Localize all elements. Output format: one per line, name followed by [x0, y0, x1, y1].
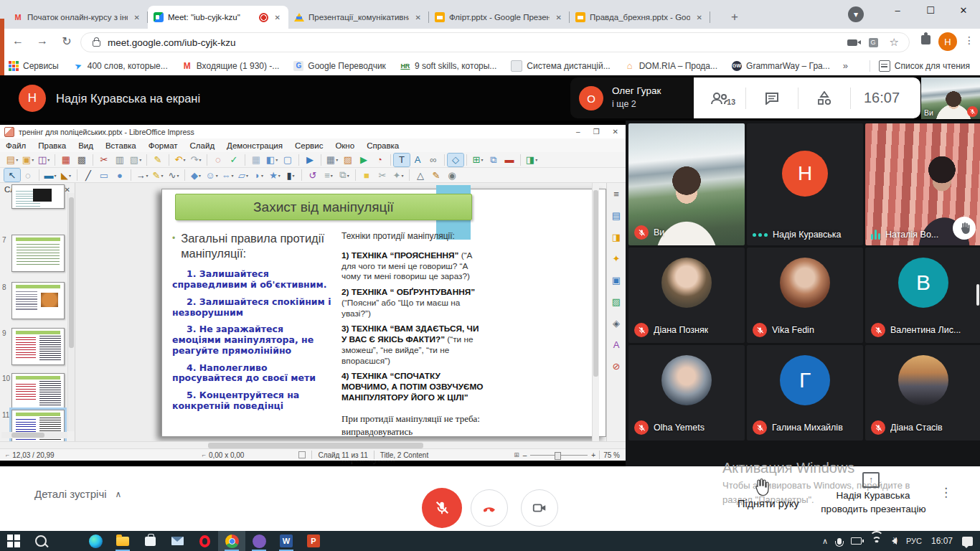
zoom-pan-icon[interactable]: ◌ [20, 169, 36, 182]
workspace-scrollbar[interactable] [592, 183, 599, 441]
thumbnail-preview[interactable] [11, 328, 65, 365]
bookmark-item[interactable]: Система дистанцій... [511, 60, 610, 72]
taskbar-mail-icon[interactable] [164, 531, 191, 551]
bookmarks-overflow-icon[interactable]: » [843, 60, 848, 71]
start-slideshow-icon[interactable]: ▶ [302, 154, 318, 166]
tab-close-icon[interactable]: ✕ [132, 13, 142, 22]
host-card[interactable]: О Олег Гурак і ще 2 [570, 77, 694, 118]
rotate-icon[interactable]: ↺ [305, 169, 321, 182]
slides-panel-scrollbar[interactable] [67, 193, 75, 431]
bookmark-item[interactable]: ⌂DOM.RIA – Прода... [625, 61, 717, 71]
undo-icon[interactable]: ↶▾ [172, 154, 188, 166]
delete-slide-icon[interactable]: ▬ [501, 154, 517, 166]
taskbar-start-icon[interactable] [0, 531, 27, 551]
flowchart-icon[interactable]: ▱▾ [235, 169, 251, 182]
tray-language[interactable]: РУС [906, 537, 922, 545]
chat-button[interactable] [746, 92, 798, 105]
restricted-icon[interactable]: ⊘ [610, 359, 623, 372]
taskbar-store-icon[interactable] [136, 531, 164, 551]
animation-icon[interactable]: ✦ [610, 252, 623, 265]
menu-Вид[interactable]: Вид [78, 141, 93, 150]
page-scrollbar[interactable] [976, 284, 979, 306]
participants-button[interactable]: 13 [694, 92, 745, 105]
redo-icon[interactable]: ↷▾ [188, 154, 204, 166]
clone-formatting-icon[interactable]: ✎ [150, 154, 166, 166]
tray-mic-icon[interactable] [837, 538, 842, 545]
lock-icon[interactable] [93, 40, 100, 47]
display-views-icon[interactable]: ◧▾ [264, 154, 280, 166]
profile-avatar[interactable]: Н [938, 32, 957, 51]
participant-tile[interactable]: Vika Fedin [747, 248, 863, 343]
zoom-out-button[interactable]: – [523, 451, 527, 459]
zoom-slider[interactable]: ⊞ – + 75 % [514, 451, 626, 459]
camera-permission-icon[interactable] [847, 39, 857, 46]
thumbnail-preview[interactable] [11, 184, 65, 209]
taskbar-search-icon[interactable] [27, 531, 55, 551]
sidebar-menu-icon[interactable]: ≡ [610, 187, 623, 200]
insert-chart-icon[interactable]: ◔ [372, 154, 387, 166]
browser-update-icon[interactable]: ▾ [848, 6, 864, 22]
bookmark-star-icon[interactable]: ☆ [890, 36, 899, 49]
shadow-icon[interactable]: ■ [359, 169, 374, 182]
edit-points-icon[interactable]: ✎ [428, 169, 444, 182]
insert-line-icon[interactable]: ╱ [80, 169, 96, 182]
tray-wifi-icon[interactable] [871, 537, 882, 545]
find-replace-icon[interactable]: ◌ [210, 154, 226, 166]
master-slides-icon[interactable]: ▣ [610, 273, 623, 286]
tray-notifications-icon[interactable] [962, 537, 973, 546]
insert-image-icon[interactable]: ▨ [340, 154, 356, 166]
3d-objects-icon[interactable]: ▮▾ [283, 169, 298, 182]
show-draw-functions-icon[interactable]: ◇ [448, 154, 463, 166]
fill-color-icon[interactable]: ◣▾ [58, 169, 74, 182]
minimize-button[interactable]: – [881, 0, 914, 23]
impress-close-button[interactable]: ✕ [613, 128, 618, 136]
lines-arrows-icon[interactable]: →▾ [134, 169, 150, 182]
bookmark-item[interactable]: GGoogle Переводчик [293, 61, 386, 71]
curve-icon[interactable]: ✎▾ [150, 169, 166, 182]
raise-hand-label[interactable]: Підняти руку [738, 498, 799, 509]
zoom-slider-thumb[interactable] [555, 452, 561, 460]
cut-icon[interactable]: ✂ [96, 154, 112, 166]
close-button[interactable]: ✕ [947, 0, 980, 23]
export-pdf-icon[interactable]: ▦ [58, 154, 74, 166]
participant-tile[interactable]: Діана Стасів [865, 345, 980, 441]
taskbar-explorer-icon[interactable] [109, 531, 136, 551]
insert-table-icon[interactable]: ▦▾ [324, 154, 340, 166]
url-text[interactable]: meet.google.com/iub-cyjk-kzu [108, 37, 847, 48]
tray-battery-icon[interactable] [851, 537, 862, 545]
properties-icon[interactable]: ▤ [610, 209, 623, 222]
paste-icon[interactable]: ▧▾ [128, 154, 143, 166]
spelling-icon[interactable]: ✓ [226, 154, 242, 166]
fit-slide-icon[interactable]: ⊞ [514, 451, 519, 458]
slide-transition-icon[interactable]: ◨ [610, 230, 623, 243]
self-video-preview[interactable]: Ви [921, 77, 980, 119]
filter-icon[interactable]: ✦▾ [390, 169, 406, 182]
taskbar-chrome-icon[interactable] [218, 531, 245, 551]
reading-list-button[interactable]: Список для чтения [879, 60, 970, 72]
tray-clock[interactable]: 16:07 [931, 536, 953, 546]
meeting-details-button[interactable]: Деталі зустрічі ∧ [34, 488, 121, 500]
browser-menu-icon[interactable]: ⋮ [964, 34, 974, 46]
bookmark-item[interactable]: GWGrammarWay – Гра... [732, 61, 830, 71]
thumbnail-preview[interactable] [11, 373, 65, 410]
insert-media-icon[interactable]: ▶ [356, 154, 372, 166]
line-color-icon[interactable]: ▬▾ [42, 169, 58, 182]
menu-Справка[interactable]: Справка [367, 141, 399, 150]
block-arrows-icon[interactable]: ⇔▾ [220, 169, 235, 182]
bookmark-item[interactable]: HR9 soft skills, которы... [400, 61, 496, 71]
participant-tile[interactable]: Ви [628, 123, 745, 245]
menu-Сервис[interactable]: Сервис [295, 141, 323, 150]
copy-icon[interactable]: ▥ [112, 154, 128, 166]
menu-Окно[interactable]: Окно [335, 141, 354, 150]
taskbar-opera-icon[interactable] [191, 531, 218, 551]
taskbar-powerpoint-icon[interactable]: P [300, 531, 327, 551]
duplicate-slide-icon[interactable]: ⧉ [486, 154, 501, 166]
participant-tile[interactable]: ГГалина Михайлів [747, 345, 863, 441]
translate-icon[interactable]: G [869, 38, 878, 47]
print-icon[interactable]: ▩ [74, 154, 90, 166]
insert-fontwork-icon[interactable]: A [410, 154, 425, 166]
browser-tab[interactable]: Правда_брехня.pptx - Goog✕ [570, 6, 710, 29]
slide-layout-icon[interactable]: ◨▾ [524, 154, 540, 166]
slides-panel-hscrollbar[interactable] [1, 432, 67, 438]
slide-canvas[interactable]: Захист від маніпуляції • Загальні правил… [161, 189, 606, 437]
